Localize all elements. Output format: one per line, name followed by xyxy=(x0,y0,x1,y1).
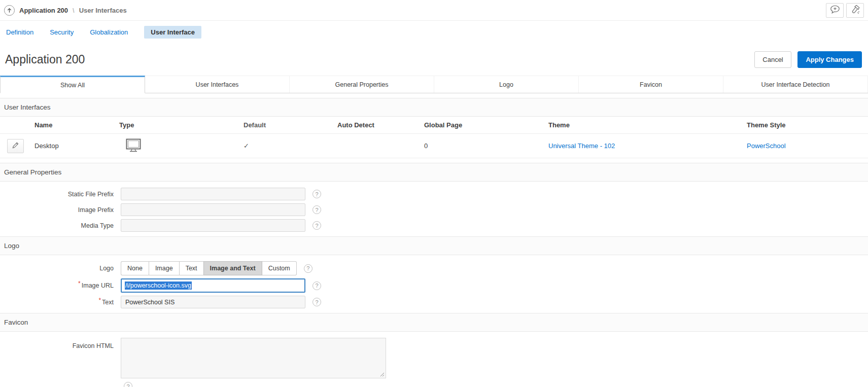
app-nav-tabs: Definition Security Globalization User I… xyxy=(0,21,868,43)
help-icon[interactable]: ? xyxy=(313,205,321,214)
field-row-logo-type: Logo None Image Text Image and Text Cust… xyxy=(0,261,868,275)
field-row-media-type: Media Type ? xyxy=(0,219,868,232)
cancel-button[interactable]: Cancel xyxy=(754,51,791,68)
theme-link[interactable]: Universal Theme - 102 xyxy=(548,142,615,150)
breadcrumb-current-page: User Interfaces xyxy=(79,7,127,14)
edit-user-interface-button[interactable] xyxy=(7,139,24,153)
field-row-static-file-prefix: Static File Prefix ? xyxy=(0,188,868,200)
subtab-show-all[interactable]: Show All xyxy=(0,76,145,93)
required-marker: * xyxy=(78,280,81,287)
main-content: User Interfaces Name Type Default Auto D… xyxy=(0,98,868,387)
logo-option-text[interactable]: Text xyxy=(179,261,203,275)
page-title: Application 200 xyxy=(5,53,85,66)
field-row-image-prefix: Image Prefix ? xyxy=(0,203,868,216)
column-auto-detect: Auto Detect xyxy=(337,121,424,129)
tab-definition[interactable]: Definition xyxy=(6,28,33,36)
section-user-interfaces: User Interfaces xyxy=(0,98,868,117)
help-icon[interactable]: ? xyxy=(124,382,132,387)
table-row: Desktop ✓ 0 Universal Theme - 102 PowerS… xyxy=(0,134,868,158)
static-file-prefix-input[interactable] xyxy=(121,188,305,200)
theme-style-link[interactable]: PowerSchool xyxy=(747,142,786,150)
image-url-input[interactable]: /i/powerschool-icon.svg xyxy=(121,278,305,293)
column-theme: Theme xyxy=(548,121,747,129)
top-bar: Application 200 \ User Interfaces xyxy=(0,0,868,21)
image-prefix-label: Image Prefix xyxy=(0,206,114,214)
flashlight-icon xyxy=(850,5,860,16)
cell-global-page: 0 xyxy=(424,142,548,150)
logo-text-label: *Text xyxy=(0,299,114,306)
logo-type-button-group: None Image Text Image and Text Custom xyxy=(121,261,297,275)
section-logo: Logo xyxy=(0,236,868,255)
desktop-monitor-icon xyxy=(126,138,141,152)
favicon-html-textarea[interactable] xyxy=(121,338,386,378)
help-icon[interactable]: ? xyxy=(313,221,321,230)
title-actions: Cancel Apply Changes xyxy=(754,51,862,68)
favicon-html-label: Favicon HTML xyxy=(0,338,114,349)
help-icon[interactable]: ? xyxy=(313,298,321,306)
logo-option-custom[interactable]: Custom xyxy=(262,261,297,275)
subtab-ui-detection[interactable]: User Interface Detection xyxy=(723,76,868,93)
media-type-label: Media Type xyxy=(0,222,114,229)
column-global-page: Global Page xyxy=(424,121,548,129)
region-subtabs: Show All User Interfaces General Propert… xyxy=(0,76,868,93)
image-prefix-input[interactable] xyxy=(121,203,305,216)
breadcrumb-separator: \ xyxy=(73,7,75,14)
topbar-actions xyxy=(826,3,864,18)
subtab-user-interfaces[interactable]: User Interfaces xyxy=(145,76,290,93)
shortcuts-button[interactable] xyxy=(846,3,864,18)
subtab-logo[interactable]: Logo xyxy=(434,76,579,93)
cell-type xyxy=(119,138,242,154)
required-marker: * xyxy=(98,297,101,304)
image-url-selected-text: /i/powerschool-icon.svg xyxy=(125,282,192,290)
logo-option-none[interactable]: None xyxy=(121,261,149,275)
field-row-favicon-html: Favicon HTML xyxy=(0,338,868,378)
help-icon[interactable]: ? xyxy=(313,190,321,198)
logo-text-input[interactable] xyxy=(121,296,305,308)
tab-user-interface[interactable]: User Interface xyxy=(144,26,201,39)
cell-name: Desktop xyxy=(30,142,119,150)
subtab-favicon[interactable]: Favicon xyxy=(579,76,723,93)
section-favicon: Favicon xyxy=(0,313,868,332)
image-url-label: *Image URL xyxy=(0,282,114,289)
field-row-logo-text: *Text ? xyxy=(0,296,868,308)
feedback-add-icon xyxy=(830,5,840,16)
title-bar: Application 200 Cancel Apply Changes xyxy=(0,43,868,76)
column-default: Default xyxy=(242,121,337,129)
tab-security[interactable]: Security xyxy=(50,28,74,36)
textarea-resize-handle[interactable] xyxy=(380,372,385,377)
column-theme-style: Theme Style xyxy=(747,121,868,129)
feedback-button[interactable] xyxy=(826,3,844,18)
column-type: Type xyxy=(119,121,242,129)
apply-changes-button[interactable]: Apply Changes xyxy=(797,51,862,68)
logo-option-image-and-text[interactable]: Image and Text xyxy=(203,261,262,275)
field-row-image-url: *Image URL /i/powerschool-icon.svg ? xyxy=(0,278,868,293)
pencil-icon xyxy=(12,142,19,151)
up-arrow-icon[interactable] xyxy=(4,5,15,16)
breadcrumb-app-link[interactable]: Application 200 xyxy=(19,7,68,14)
ui-table-header: Name Type Default Auto Detect Global Pag… xyxy=(0,117,868,134)
cell-default-check: ✓ xyxy=(242,142,337,150)
help-icon[interactable]: ? xyxy=(313,282,321,290)
breadcrumb: Application 200 \ User Interfaces xyxy=(4,5,127,16)
logo-label: Logo xyxy=(0,265,114,272)
column-name: Name xyxy=(30,121,119,129)
help-icon[interactable]: ? xyxy=(304,264,313,273)
section-general-properties: General Properties xyxy=(0,163,868,182)
logo-option-image[interactable]: Image xyxy=(149,261,179,275)
tab-globalization[interactable]: Globalization xyxy=(90,28,128,36)
media-type-input[interactable] xyxy=(121,219,305,232)
static-file-prefix-label: Static File Prefix xyxy=(0,191,114,198)
subtab-general-properties[interactable]: General Properties xyxy=(290,76,434,93)
